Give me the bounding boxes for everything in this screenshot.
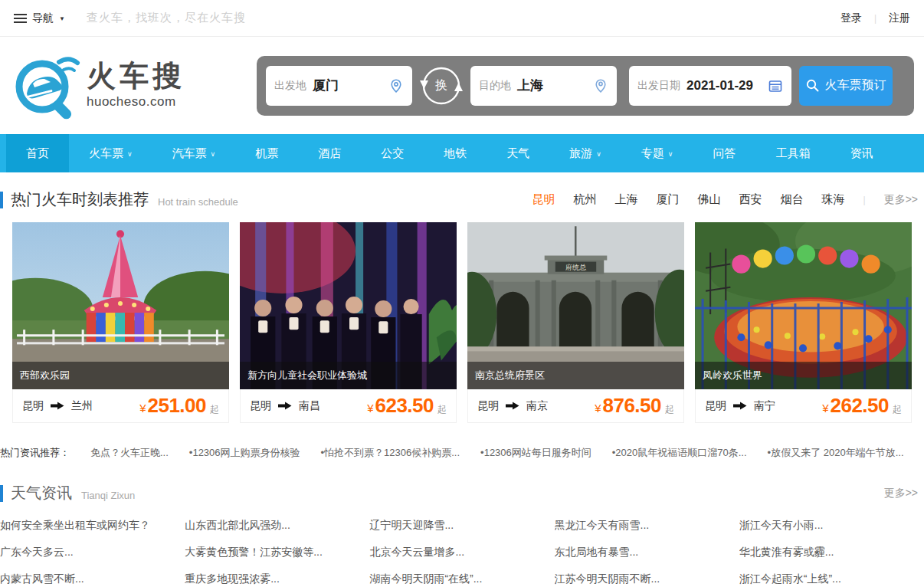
hamburger-icon — [14, 14, 27, 23]
train-card[interactable]: 府统总 南京总统府景区 昆明 — [467, 222, 684, 423]
departure-date-label: 出发日期 — [637, 79, 680, 93]
price-suffix: 起 — [893, 403, 902, 416]
city-tab-xiamen[interactable]: 厦门 — [657, 192, 680, 207]
ticker-item[interactable]: •12306网站每日服务时间 — [480, 446, 591, 460]
card-footer: 昆明 南宁 ¥ 262.50 起 — [695, 389, 912, 423]
login-link[interactable]: 登录 — [840, 11, 862, 25]
hot-section-header: 热门火车时刻表推荐 Hot train schedule 昆明 杭州 上海 厦门… — [0, 189, 924, 210]
ticker-item[interactable]: •怕抢不到票？12306候补购票... — [321, 446, 460, 460]
weather-link[interactable]: 江苏今明天阴雨不断... — [555, 572, 739, 586]
nav-item-weather[interactable]: 天气 — [487, 134, 549, 172]
price: ¥ 876.50 起 — [595, 394, 674, 418]
weather-link[interactable]: 东北局地有暴雪... — [555, 546, 739, 559]
city-tab-shanghai[interactable]: 上海 — [615, 192, 638, 207]
city-tab-hangzhou[interactable]: 杭州 — [574, 192, 597, 207]
route: 昆明 南昌 — [250, 399, 320, 413]
destination-value: 上海 — [517, 77, 587, 94]
nav-label: 公交 — [381, 146, 404, 161]
weather-link[interactable]: 重庆多地现强浓雾... — [185, 572, 369, 586]
nav-item-news[interactable]: 资讯 — [830, 134, 893, 172]
nav-item-train-tickets[interactable]: 火车票∨ — [69, 134, 152, 172]
nav-item-topics[interactable]: 专题∨ — [621, 134, 693, 172]
news-ticker: 热门资讯推荐： 免点？火车正晚... •12306网上购票身份核验 •怕抢不到票… — [0, 446, 924, 460]
route-from: 昆明 — [250, 399, 271, 413]
weather-link[interactable]: 山东西北部北风强劲... — [185, 519, 369, 533]
ticker-item[interactable]: •12306网上购票身份核验 — [189, 446, 300, 460]
nav-item-travel[interactable]: 旅游∨ — [549, 134, 621, 172]
price: ¥ 251.00 起 — [139, 394, 219, 418]
site-logo[interactable]: 火车搜 huocheso.com — [10, 50, 185, 122]
nav-label: 首页 — [26, 146, 49, 161]
price-amount: 262.50 — [830, 394, 889, 418]
arrow-right-icon — [51, 402, 64, 410]
nav-item-qa[interactable]: 问答 — [693, 134, 755, 172]
card-title: 凤岭欢乐世界 — [695, 362, 912, 389]
departure-field[interactable]: 出发地 厦门 — [266, 66, 412, 106]
weather-link[interactable]: 湖南今明天阴雨“在线”... — [369, 572, 554, 586]
city-tab-kunming[interactable]: 昆明 — [532, 192, 555, 207]
weather-link[interactable]: 华北黄淮有雾或霾... — [739, 546, 924, 559]
register-link[interactable]: 注册 — [889, 11, 910, 25]
main-nav: 首页 火车票∨ 汽车票∨ 机票 酒店 公交 地铁 天气 旅游∨ 专题∨ 问答 工… — [0, 134, 924, 172]
location-pin-icon — [388, 78, 404, 93]
logo-title: 火车搜 — [87, 61, 185, 90]
book-ticket-button[interactable]: 火车票预订 — [799, 66, 893, 106]
section-accent-bar — [0, 192, 3, 208]
route: 昆明 兰州 — [22, 399, 93, 413]
site-tagline: 查火车，找班次，尽在火车搜 — [87, 11, 246, 25]
ticker-item[interactable]: •2020鼠年祝福语顺口溜70条... — [612, 446, 747, 460]
arrow-right-icon — [733, 402, 747, 410]
book-ticket-label: 火车票预订 — [825, 77, 886, 93]
nav-item-bus-tickets[interactable]: 汽车票∨ — [152, 134, 236, 172]
nav-label: 资讯 — [850, 146, 873, 161]
city-tab-yantai[interactable]: 烟台 — [781, 192, 804, 207]
weather-link[interactable]: 浙江今天有小雨... — [739, 519, 924, 533]
weather-link[interactable]: 黑龙江今天有雨雪... — [555, 519, 739, 533]
weather-link[interactable]: 内蒙古风雪不断... — [0, 572, 185, 586]
train-card[interactable]: 凤岭欢乐世界 昆明 南宁 ¥ 262.50 起 — [695, 222, 912, 423]
swap-stations-button[interactable]: 换 — [420, 64, 463, 107]
destination-field[interactable]: 目的地 上海 — [470, 66, 617, 106]
train-card[interactable]: 西部欢乐园 昆明 兰州 ¥ 251.00 起 — [12, 222, 229, 423]
weather-link[interactable]: 浙江今起雨水“上线”... — [739, 572, 924, 586]
nav-item-home[interactable]: 首页 — [6, 134, 69, 172]
hot-section-subtitle: Hot train schedule — [158, 196, 238, 208]
train-card[interactable]: 新方向儿童社会职业体验城 昆明 南昌 ¥ 623.50 起 — [240, 222, 457, 423]
search-icon — [806, 79, 819, 92]
chevron-down-icon: ∨ — [668, 150, 673, 158]
nav-label: 工具箱 — [775, 146, 810, 161]
nav-item-hotels[interactable]: 酒店 — [298, 134, 361, 172]
nav-menu-trigger[interactable]: 导航 ▼ — [14, 11, 65, 25]
chevron-down-icon: ∨ — [127, 150, 133, 158]
gate-plaque-text: 府统总 — [565, 264, 587, 271]
ticker-item[interactable]: •放假又来了 2020年端午节放... — [768, 446, 904, 460]
chevron-down-icon: ∨ — [596, 150, 601, 158]
route: 昆明 南京 — [477, 399, 548, 413]
train-magnifier-logo-icon — [10, 50, 82, 122]
nav-item-bus[interactable]: 公交 — [361, 134, 424, 172]
price-suffix: 起 — [665, 403, 674, 416]
city-tab-xian[interactable]: 西安 — [739, 192, 762, 207]
city-tabs: 昆明 杭州 上海 厦门 佛山 西安 烟台 珠海 | 更多>> — [532, 192, 918, 207]
weather-link[interactable]: 辽宁明天迎降雪... — [369, 519, 554, 533]
city-tab-foshan[interactable]: 佛山 — [698, 192, 721, 207]
route-from: 昆明 — [22, 399, 44, 413]
caret-down-icon: ▼ — [59, 15, 65, 22]
ticket-search-panel: 出发地 厦门 换 目的地 上海 出发日期 2021- — [257, 56, 914, 116]
weather-link[interactable]: 北京今天云量增多... — [369, 546, 554, 559]
separator: | — [863, 195, 866, 205]
card-image: 府统总 南京总统府景区 — [467, 222, 684, 389]
arrow-right-icon — [506, 402, 519, 410]
departure-date-field[interactable]: 出发日期 2021-01-29 — [629, 66, 791, 106]
hot-more-link[interactable]: 更多>> — [884, 193, 918, 207]
city-tab-zhuhai[interactable]: 珠海 — [822, 192, 845, 207]
nav-item-metro[interactable]: 地铁 — [424, 134, 487, 172]
weather-link[interactable]: 如何安全乘坐出租车或网约车？ — [0, 519, 185, 533]
weather-link[interactable]: 大雾黄色预警！江苏安徽等... — [185, 546, 369, 559]
weather-more-link[interactable]: 更多>> — [884, 487, 918, 500]
weather-section-header: 天气资讯 Tianqi Zixun 更多>> — [0, 483, 924, 503]
nav-item-toolbox[interactable]: 工具箱 — [755, 134, 830, 172]
weather-link[interactable]: 广东今天多云... — [0, 546, 185, 559]
nav-item-flights[interactable]: 机票 — [235, 134, 298, 172]
ticker-item[interactable]: 免点？火车正晚... — [90, 446, 169, 460]
